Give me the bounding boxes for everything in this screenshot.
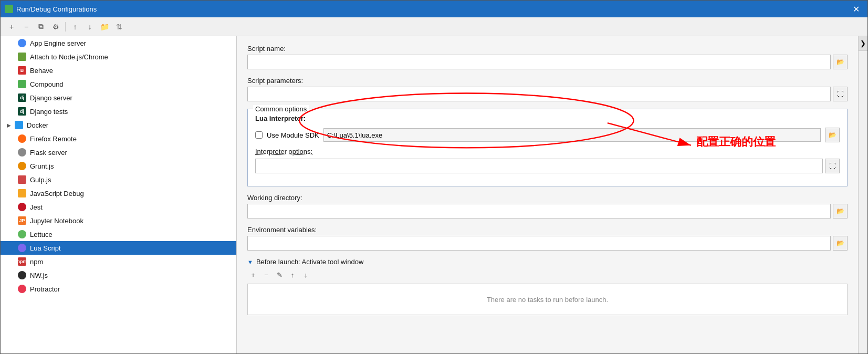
sidebar-item-compound[interactable]: Compound	[1, 77, 236, 91]
add-config-button[interactable]: +	[5, 20, 18, 34]
sidebar-item-npm[interactable]: npmnpm	[1, 255, 236, 268]
sidebar-item-label: App Engine server	[30, 39, 86, 47]
sidebar-item-label: Lettuce	[30, 231, 53, 238]
env-vars-input[interactable]	[247, 236, 831, 251]
folder-button[interactable]: 📁	[98, 20, 111, 34]
script-params-expand-button[interactable]: ⛶	[833, 87, 848, 101]
script-name-input[interactable]	[247, 55, 831, 69]
script-name-input-row: 📂	[247, 55, 848, 69]
before-launch-edit-button[interactable]: ✎	[274, 269, 285, 280]
nwjs-icon	[18, 271, 26, 279]
interpreter-options-input[interactable]	[255, 159, 823, 173]
sidebar-item-label: Firefox Remote	[30, 135, 77, 143]
lua-interpreter-label: Lua interpreter:	[255, 114, 306, 122]
before-launch-down-button[interactable]: ↓	[300, 269, 311, 280]
jupyter-icon: JP	[18, 216, 26, 225]
sidebar-item-django-server[interactable]: djDjango server	[1, 91, 236, 105]
sidebar-item-lua-script[interactable]: Lua Script	[1, 241, 236, 255]
script-params-label: Script parameters:	[247, 77, 848, 85]
working-dir-input[interactable]	[247, 204, 831, 218]
script-name-browse-button[interactable]: 📂	[833, 55, 848, 69]
lua-path-browse-button[interactable]: 📂	[825, 128, 840, 142]
sidebar-item-jupyter[interactable]: JPJupyter Notebook	[1, 214, 236, 227]
close-button[interactable]: ✕	[849, 2, 863, 16]
run-debug-configurations-window: Run/Debug Configurations ✕ + − ⧉ ⚙ ↑ ↓ 📁…	[0, 0, 868, 354]
sidebar-item-flask[interactable]: Flask server	[1, 145, 236, 159]
sidebar-item-label: Django tests	[30, 108, 68, 116]
script-params-group: Script parameters: ⛶	[247, 77, 848, 101]
sidebar-item-label: Behave	[30, 67, 53, 75]
use-module-sdk-label: Use Module SDK	[267, 131, 319, 139]
sidebar-item-grunt[interactable]: Grunt.js	[1, 159, 236, 173]
env-vars-label: Environment variables:	[247, 226, 848, 234]
django-icon: dj	[18, 107, 26, 116]
working-dir-group: Working directory: 📂	[247, 194, 848, 218]
sidebar-item-label: Jest	[30, 203, 43, 211]
sidebar-item-lettuce[interactable]: Lettuce	[1, 227, 236, 241]
left-panel: App Engine serverAttach to Node.js/Chrom…	[1, 36, 237, 353]
sidebar-item-django-tests[interactable]: djDjango tests	[1, 105, 236, 118]
sidebar-item-firefox[interactable]: Firefox Remote	[1, 132, 236, 145]
env-vars-browse-button[interactable]: 📂	[833, 236, 848, 251]
lua-icon	[18, 244, 26, 252]
sidebar-item-attach-node[interactable]: Attach to Node.js/Chrome	[1, 50, 236, 64]
edge-button-1[interactable]: ❯	[859, 36, 867, 51]
sidebar-item-label: npm	[30, 258, 43, 266]
gulp-icon	[18, 175, 26, 184]
working-dir-browse-button[interactable]: 📂	[833, 204, 848, 218]
sidebar-item-label: Lua Script	[30, 244, 61, 252]
working-dir-input-row: 📂	[247, 204, 848, 218]
expand-arrow-icon: ▶	[7, 122, 11, 128]
script-name-label: Script name:	[247, 45, 848, 53]
window-icon	[5, 5, 13, 13]
sidebar-item-label: Flask server	[30, 149, 67, 157]
use-module-sdk-checkbox[interactable]	[255, 131, 263, 139]
sidebar-item-app-engine[interactable]: App Engine server	[1, 36, 236, 50]
common-options-label: Common options	[253, 105, 309, 113]
lettuce-icon	[18, 230, 26, 238]
behave-icon: B	[18, 66, 26, 75]
title-bar: Run/Debug Configurations ✕	[1, 1, 867, 17]
toolbar: + − ⧉ ⚙ ↑ ↓ 📁 ⇅	[1, 17, 867, 36]
sidebar-item-behave[interactable]: BBehave	[1, 64, 236, 77]
before-launch-label: Before launch: Activate tool window	[256, 258, 364, 266]
script-params-input-row: ⛶	[247, 87, 848, 101]
interpreter-options-expand-button[interactable]: ⛶	[825, 159, 840, 173]
working-dir-label: Working directory:	[247, 194, 848, 202]
use-module-sdk-row: Use Module SDK 📂	[255, 128, 840, 142]
sidebar-item-gulp[interactable]: Gulp.js	[1, 173, 236, 186]
sidebar-item-nwjs[interactable]: NW.js	[1, 268, 236, 282]
remove-config-button[interactable]: −	[19, 20, 33, 34]
interpreter-options-group: Interpreter options: ⛶	[255, 148, 840, 173]
before-launch-remove-button[interactable]: −	[260, 269, 272, 280]
script-params-input[interactable]	[247, 87, 831, 101]
sort-button[interactable]: ⇅	[112, 20, 126, 34]
before-launch-up-button[interactable]: ↑	[287, 269, 298, 280]
nodejs-icon	[18, 53, 26, 61]
protractor-icon	[18, 285, 26, 293]
interpreter-options-label[interactable]: Interpreter options:	[255, 148, 840, 155]
copy-config-button[interactable]: ⧉	[34, 20, 48, 34]
sidebar-item-jsdebug[interactable]: JavaScript Debug	[1, 186, 236, 200]
move-up-button[interactable]: ↑	[68, 20, 82, 34]
sidebar-item-jest[interactable]: Jest	[1, 200, 236, 214]
sidebar-item-protractor[interactable]: Protractor	[1, 282, 236, 296]
sidebar-item-docker[interactable]: ▶Docker	[1, 118, 236, 132]
jest-icon	[18, 203, 26, 211]
right-edge-strip: ❯	[858, 36, 867, 353]
env-vars-input-row: 📂	[247, 236, 848, 251]
move-down-button[interactable]: ↓	[83, 20, 97, 34]
before-launch-empty-state: There are no tasks to run before launch.	[247, 284, 848, 315]
lua-path-input[interactable]	[323, 128, 821, 142]
sidebar-item-label: NW.js	[30, 272, 48, 279]
before-launch-header: ▼ Before launch: Activate tool window	[247, 258, 848, 266]
before-launch-add-button[interactable]: +	[247, 269, 259, 280]
settings-button[interactable]: ⚙	[49, 20, 62, 34]
env-vars-group: Environment variables: 📂	[247, 226, 848, 251]
docker-icon	[15, 121, 23, 129]
flask-icon	[18, 148, 26, 157]
before-launch-chevron-icon[interactable]: ▼	[247, 259, 253, 265]
compound-icon	[18, 80, 26, 88]
lua-interpreter-header: Lua interpreter:	[255, 114, 840, 122]
jsdebug-icon	[18, 189, 26, 197]
